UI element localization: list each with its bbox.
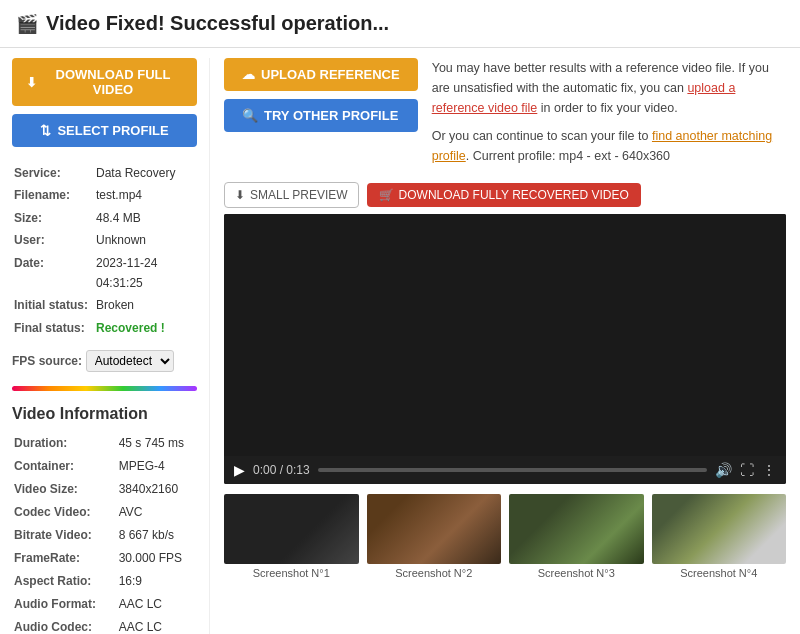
thumb-image-4 <box>652 494 787 564</box>
volume-icon[interactable]: 🔊 <box>715 462 732 478</box>
action-buttons: ☁ UPLOAD REFERENCE 🔍 TRY OTHER PROFILE <box>224 58 418 174</box>
video-time: 0:00 / 0:13 <box>253 463 310 477</box>
thumbnail-1: Screenshot N°1 <box>224 494 359 579</box>
right-top-area: ☁ UPLOAD REFERENCE 🔍 TRY OTHER PROFILE Y… <box>224 58 786 174</box>
right-panel: ☁ UPLOAD REFERENCE 🔍 TRY OTHER PROFILE Y… <box>210 58 800 634</box>
sliders-icon: ⇅ <box>40 123 51 138</box>
select-profile-button[interactable]: ⇅ SELECT PROFILE <box>12 114 197 147</box>
left-panel: ⬇ DOWNLOAD FULL VIDEO ⇅ SELECT PROFILE S… <box>0 58 210 634</box>
upload-reference-button[interactable]: ☁ UPLOAD REFERENCE <box>224 58 418 91</box>
fps-select[interactable]: Autodetect <box>86 350 174 372</box>
file-info: Service:Data Recovery Filename:test.mp4 … <box>12 161 197 340</box>
info-text-area: You may have better results with a refer… <box>432 58 786 174</box>
color-divider <box>12 386 197 391</box>
thumb-image-1 <box>224 494 359 564</box>
preview-icon: ⬇ <box>235 188 245 202</box>
cart-icon: 🛒 <box>379 188 394 202</box>
video-icon: 🎬 <box>16 13 38 35</box>
download-icon: ⬇ <box>26 75 37 90</box>
search-icon: 🔍 <box>242 108 258 123</box>
thumbnails-row: Screenshot N°1 Screenshot N°2 Screenshot… <box>224 494 786 579</box>
page-header: 🎬 Video Fixed! Successful operation... <box>0 0 800 48</box>
try-other-profile-button[interactable]: 🔍 TRY OTHER PROFILE <box>224 99 418 132</box>
upload-icon: ☁ <box>242 67 255 82</box>
preview-bar: ⬇ SMALL PREVIEW 🛒 DOWNLOAD FULLY RECOVER… <box>224 182 786 208</box>
main-content: ⬇ DOWNLOAD FULL VIDEO ⇅ SELECT PROFILE S… <box>0 48 800 634</box>
video-controls: ▶ 0:00 / 0:13 🔊 ⛶ ⋮ <box>224 456 786 484</box>
video-info-title: Video Information <box>12 405 197 423</box>
video-area <box>224 214 786 456</box>
video-info-table: Duration:45 s 745 ms Container:MPEG-4 Vi… <box>12 431 197 634</box>
small-preview-button[interactable]: ⬇ SMALL PREVIEW <box>224 182 359 208</box>
thumb-label-4: Screenshot N°4 <box>652 567 787 579</box>
thumb-label-1: Screenshot N°1 <box>224 567 359 579</box>
progress-bar[interactable] <box>318 468 707 472</box>
thumbnail-2: Screenshot N°2 <box>367 494 502 579</box>
download-full-video-button[interactable]: ⬇ DOWNLOAD FULL VIDEO <box>12 58 197 106</box>
thumbnail-4: Screenshot N°4 <box>652 494 787 579</box>
profile-info-text: Or you can continue to scan your file to… <box>432 126 786 166</box>
fps-source-row: FPS source: Autodetect <box>12 350 197 372</box>
video-player[interactable]: ▶ 0:00 / 0:13 🔊 ⛶ ⋮ <box>224 214 786 484</box>
fullscreen-icon[interactable]: ⛶ <box>740 462 754 478</box>
play-button[interactable]: ▶ <box>234 462 245 478</box>
more-options-icon[interactable]: ⋮ <box>762 462 776 478</box>
thumb-image-2 <box>367 494 502 564</box>
thumb-label-2: Screenshot N°2 <box>367 567 502 579</box>
thumbnail-3: Screenshot N°3 <box>509 494 644 579</box>
thumb-label-3: Screenshot N°3 <box>509 567 644 579</box>
download-recovered-button[interactable]: 🛒 DOWNLOAD FULLY RECOVERED VIDEO <box>367 183 641 207</box>
thumb-image-3 <box>509 494 644 564</box>
page-title: Video Fixed! Successful operation... <box>46 12 389 35</box>
reference-info-text: You may have better results with a refer… <box>432 58 786 118</box>
